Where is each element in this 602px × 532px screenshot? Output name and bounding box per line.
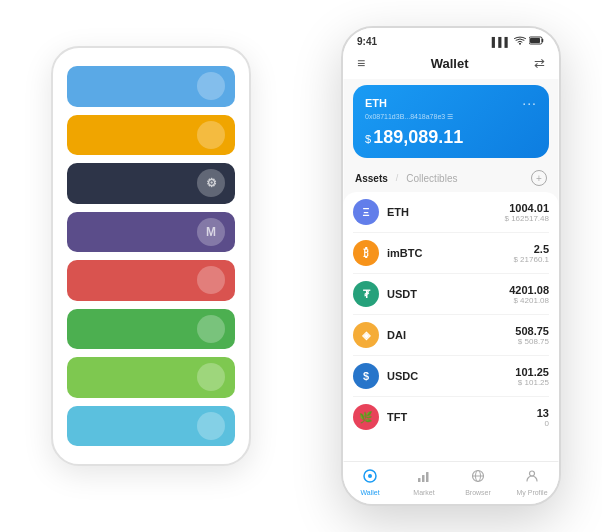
asset-icon-usdt: ₮ [353, 281, 379, 307]
asset-name-dai: DAI [387, 329, 507, 341]
asset-usd-imbtc: $ 21760.1 [513, 255, 549, 264]
strip-orange [67, 115, 235, 156]
svg-point-11 [530, 471, 535, 476]
profile-nav-icon [524, 468, 540, 487]
asset-icon-eth: Ξ [353, 199, 379, 225]
phone-header: ≡ Wallet ⇄ [343, 51, 559, 79]
svg-point-0 [519, 43, 521, 45]
asset-item-usdt[interactable]: ₮USDT4201.08$ 4201.08 [353, 274, 549, 315]
asset-usd-dai: $ 508.75 [515, 337, 549, 346]
add-asset-button[interactable]: + [531, 170, 547, 186]
strip-blue [67, 66, 235, 107]
strip-dark: ⚙ [67, 163, 235, 204]
svg-rect-2 [530, 38, 540, 43]
browser-nav-label: Browser [465, 489, 491, 496]
menu-icon[interactable]: ≡ [357, 55, 365, 71]
asset-amount-tft: 13 [537, 407, 549, 419]
bottom-nav: WalletMarketBrowserMy Profile [343, 461, 559, 504]
svg-rect-5 [418, 478, 421, 482]
asset-usd-eth: $ 162517.48 [505, 214, 550, 223]
wifi-icon [514, 36, 526, 47]
asset-item-tft[interactable]: 🌿TFT130 [353, 397, 549, 437]
fg-phone: 9:41 ▌▌▌ [341, 26, 561, 506]
asset-amount-dai: 508.75 [515, 325, 549, 337]
nav-item-profile[interactable]: My Profile [505, 468, 559, 496]
market-nav-icon [416, 468, 432, 487]
svg-point-4 [368, 474, 372, 478]
time-label: 9:41 [357, 36, 377, 47]
assets-tabs: Assets / Collectibles [355, 173, 457, 184]
eth-card[interactable]: ETH ··· 0x08711d3B...8418a78e3 ☰ $189,08… [353, 85, 549, 158]
phone-content: ETH ··· 0x08711d3B...8418a78e3 ☰ $189,08… [343, 79, 559, 461]
asset-values-dai: 508.75$ 508.75 [515, 325, 549, 346]
asset-name-usdc: USDC [387, 370, 507, 382]
asset-values-usdt: 4201.08$ 4201.08 [509, 284, 549, 305]
asset-values-imbtc: 2.5$ 21760.1 [513, 243, 549, 264]
strip-lightblue [67, 406, 235, 447]
eth-card-menu[interactable]: ··· [522, 95, 537, 111]
tab-assets[interactable]: Assets [355, 173, 388, 184]
asset-icon-imbtc: ₿ [353, 240, 379, 266]
asset-icon-usdc: $ [353, 363, 379, 389]
asset-name-tft: TFT [387, 411, 529, 423]
market-nav-label: Market [413, 489, 434, 496]
status-icons: ▌▌▌ [492, 36, 545, 47]
asset-usd-tft: 0 [537, 419, 549, 428]
nav-item-market[interactable]: Market [397, 468, 451, 496]
asset-item-usdc[interactable]: $USDC101.25$ 101.25 [353, 356, 549, 397]
asset-values-eth: 1004.01$ 162517.48 [505, 202, 550, 223]
asset-amount-usdt: 4201.08 [509, 284, 549, 296]
strip-lightgreen [67, 357, 235, 398]
bg-phone: ⚙M [51, 46, 251, 466]
asset-name-eth: ETH [387, 206, 497, 218]
assets-header: Assets / Collectibles + [343, 166, 559, 192]
tab-collectibles[interactable]: Collectibles [406, 173, 457, 184]
strip-purple: M [67, 212, 235, 253]
asset-amount-imbtc: 2.5 [513, 243, 549, 255]
nav-item-browser[interactable]: Browser [451, 468, 505, 496]
header-title: Wallet [431, 56, 469, 71]
scene: ⚙M 9:41 ▌▌▌ [21, 16, 581, 516]
strip-green [67, 309, 235, 350]
eth-card-address: 0x08711d3B...8418a78e3 ☰ [365, 113, 537, 121]
asset-name-imbtc: imBTC [387, 247, 505, 259]
asset-item-imbtc[interactable]: ₿imBTC2.5$ 21760.1 [353, 233, 549, 274]
svg-rect-6 [422, 475, 425, 482]
signal-icon: ▌▌▌ [492, 37, 511, 47]
status-bar: 9:41 ▌▌▌ [343, 28, 559, 51]
browser-nav-icon [470, 468, 486, 487]
asset-usd-usdc: $ 101.25 [515, 378, 549, 387]
battery-icon [529, 36, 545, 47]
tab-divider: / [396, 173, 399, 183]
asset-amount-usdc: 101.25 [515, 366, 549, 378]
asset-values-tft: 130 [537, 407, 549, 428]
profile-nav-label: My Profile [516, 489, 547, 496]
svg-rect-7 [426, 472, 429, 482]
strip-red [67, 260, 235, 301]
scan-icon[interactable]: ⇄ [534, 56, 545, 71]
asset-icon-dai: ◈ [353, 322, 379, 348]
nav-item-wallet[interactable]: Wallet [343, 468, 397, 496]
eth-card-label: ETH [365, 97, 387, 109]
asset-item-eth[interactable]: ΞETH1004.01$ 162517.48 [353, 192, 549, 233]
wallet-nav-label: Wallet [360, 489, 379, 496]
asset-item-dai[interactable]: ◈DAI508.75$ 508.75 [353, 315, 549, 356]
asset-list: ΞETH1004.01$ 162517.48₿imBTC2.5$ 21760.1… [343, 192, 559, 461]
asset-name-usdt: USDT [387, 288, 501, 300]
asset-usd-usdt: $ 4201.08 [509, 296, 549, 305]
asset-icon-tft: 🌿 [353, 404, 379, 430]
asset-amount-eth: 1004.01 [505, 202, 550, 214]
asset-values-usdc: 101.25$ 101.25 [515, 366, 549, 387]
eth-card-balance: $189,089.11 [365, 127, 537, 148]
wallet-nav-icon [362, 468, 378, 487]
